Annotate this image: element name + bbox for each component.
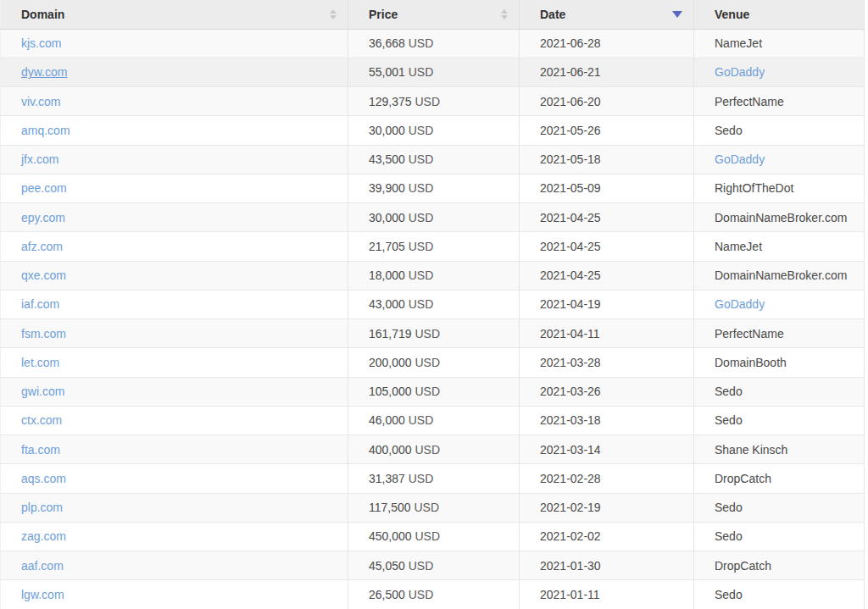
- venue-text: NameJet: [715, 36, 762, 50]
- table-header: Domain Price Date: [1, 0, 865, 29]
- venue-link[interactable]: GoDaddy: [715, 152, 765, 166]
- domain-sales-page: Domain Price Date: [0, 0, 868, 609]
- domain-link[interactable]: let.com: [21, 356, 59, 369]
- table-row: gwi.com 105,000 USD 2021-03-26 Sedo: [1, 377, 865, 406]
- date-cell: 2021-03-14: [520, 435, 694, 464]
- price-value: 55,001: [369, 65, 405, 79]
- domain-cell: lgw.com: [1, 580, 348, 609]
- price-currency: USD: [409, 240, 434, 253]
- domain-link[interactable]: iaf.com: [21, 297, 59, 311]
- domain-link[interactable]: kjs.com: [21, 36, 61, 50]
- table-row: amq.com 30,000 USD 2021-05-26 Sedo: [1, 116, 865, 145]
- venue-cell: Sedo: [694, 377, 865, 406]
- price-cell: 55,001 USD: [348, 58, 520, 86]
- sort-desc-icon: [501, 15, 508, 19]
- domain-cell: let.com: [1, 348, 348, 377]
- venue-cell: Shane Kinsch: [694, 435, 865, 464]
- domain-link[interactable]: pee.com: [21, 181, 67, 195]
- column-header-date-label: Date: [540, 8, 565, 21]
- venue-text: Sedo: [715, 124, 743, 137]
- venue-text: Shane Kinsch: [715, 443, 787, 457]
- price-value: 200,000: [369, 356, 412, 369]
- domain-link[interactable]: plp.com: [21, 501, 63, 514]
- date-cell: 2021-04-19: [520, 290, 694, 318]
- table-row: kjs.com 36,668 USD 2021-06-28 NameJet: [1, 29, 865, 58]
- price-currency: USD: [409, 269, 434, 282]
- domain-link[interactable]: qxe.com: [21, 269, 66, 282]
- table-row: qxe.com 18,000 USD 2021-04-25 DomainName…: [1, 261, 865, 290]
- price-cell: 18,000 USD: [348, 261, 520, 290]
- domain-link[interactable]: epy.com: [21, 211, 65, 224]
- price-cell: 43,000 USD: [348, 290, 520, 318]
- venue-text: Sedo: [715, 588, 743, 601]
- price-cell: 31,387 USD: [348, 464, 520, 493]
- venue-text: Sedo: [715, 385, 743, 398]
- price-currency: USD: [409, 472, 434, 485]
- domain-link[interactable]: viv.com: [21, 95, 60, 108]
- price-cell: 400,000 USD: [348, 435, 520, 464]
- domain-link[interactable]: aqs.com: [21, 472, 66, 485]
- domain-link[interactable]: fta.com: [21, 443, 60, 457]
- price-cell: 129,375 USD: [348, 87, 520, 116]
- domain-link[interactable]: fsm.com: [21, 327, 66, 340]
- price-value: 400,000: [369, 443, 412, 457]
- domain-link[interactable]: jfx.com: [21, 152, 58, 166]
- price-cell: 117,500 USD: [348, 493, 520, 522]
- price-cell: 39,900 USD: [348, 174, 520, 202]
- venue-text: Sedo: [715, 413, 743, 427]
- column-header-domain-label: Domain: [21, 8, 64, 21]
- date-cell: 2021-01-30: [520, 551, 694, 580]
- venue-text: Sedo: [715, 529, 743, 543]
- venue-cell: Sedo: [694, 116, 865, 145]
- domain-link[interactable]: afz.com: [21, 240, 63, 253]
- price-value: 36,668: [369, 36, 405, 50]
- domain-sales-table: Domain Price Date: [0, 0, 865, 609]
- domain-cell: viv.com: [1, 87, 348, 116]
- venue-link[interactable]: GoDaddy: [715, 297, 765, 311]
- price-cell: 21,705 USD: [348, 232, 520, 261]
- column-header-venue[interactable]: Venue: [694, 0, 865, 29]
- sort-descending-active-icon: [672, 11, 682, 18]
- column-header-date[interactable]: Date: [520, 0, 694, 29]
- sort-desc-active-icon: [672, 11, 682, 18]
- date-cell: 2021-04-25: [520, 232, 694, 261]
- domain-link[interactable]: zag.com: [21, 529, 66, 543]
- column-header-price[interactable]: Price: [348, 0, 520, 29]
- price-currency: USD: [415, 95, 441, 108]
- price-currency: USD: [409, 588, 434, 601]
- domain-link[interactable]: lgw.com: [21, 588, 64, 601]
- table-row: jfx.com 43,500 USD 2021-05-18 GoDaddy: [1, 145, 865, 174]
- domain-link[interactable]: gwi.com: [21, 385, 64, 398]
- column-header-price-label: Price: [369, 8, 398, 21]
- table-row: aqs.com 31,387 USD 2021-02-28 DropCatch: [1, 464, 865, 493]
- venue-cell: DropCatch: [694, 464, 865, 493]
- table-row: epy.com 30,000 USD 2021-04-25 DomainName…: [1, 203, 865, 232]
- price-value: 31,387: [369, 472, 405, 485]
- venue-text: DropCatch: [715, 559, 771, 573]
- domain-link[interactable]: dyw.com: [21, 65, 67, 79]
- date-cell: 2021-01-11: [520, 580, 694, 609]
- venue-text: PerfectName: [715, 95, 784, 108]
- price-cell: 36,668 USD: [348, 29, 520, 58]
- sort-both-icon: [501, 9, 508, 19]
- venue-cell: PerfectName: [694, 87, 865, 116]
- price-value: 30,000: [369, 124, 405, 137]
- column-header-domain[interactable]: Domain: [1, 0, 348, 29]
- venue-cell: Sedo: [694, 406, 865, 435]
- domain-link[interactable]: aaf.com: [21, 559, 64, 573]
- date-cell: 2021-04-25: [520, 203, 694, 232]
- price-cell: 45,050 USD: [348, 551, 520, 580]
- domain-cell: jfx.com: [1, 145, 348, 174]
- price-value: 129,375: [369, 95, 412, 108]
- table-row: ctx.com 46,000 USD 2021-03-18 Sedo: [1, 406, 865, 435]
- venue-cell: DomainNameBroker.com: [694, 203, 865, 232]
- domain-link[interactable]: ctx.com: [21, 413, 62, 427]
- domain-link[interactable]: amq.com: [21, 124, 70, 137]
- table-row: afz.com 21,705 USD 2021-04-25 NameJet: [1, 232, 865, 261]
- price-cell: 200,000 USD: [348, 348, 520, 377]
- venue-cell: Sedo: [694, 580, 865, 609]
- venue-link[interactable]: GoDaddy: [715, 65, 765, 79]
- table-row: fsm.com 161,719 USD 2021-04-11 PerfectNa…: [1, 319, 865, 348]
- venue-cell: GoDaddy: [694, 290, 865, 318]
- price-currency: USD: [414, 501, 439, 514]
